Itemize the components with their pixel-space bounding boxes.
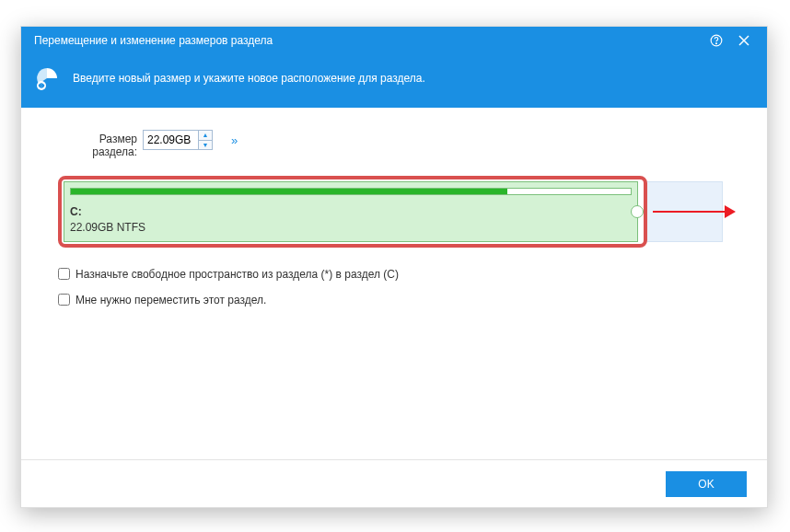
footer: OK: [21, 459, 767, 507]
drive-letter: C:: [70, 204, 632, 220]
ok-button[interactable]: OK: [666, 471, 747, 497]
content-area: Размер раздела: ▲ ▼ » C: 22.09GB NTF: [21, 108, 767, 459]
assign-free-label: Назначьте свободное пространство из разд…: [76, 268, 399, 281]
partition-move-icon: [34, 65, 60, 91]
svg-point-1: [716, 43, 717, 44]
spin-up-icon[interactable]: ▲: [199, 131, 212, 141]
size-label: Размер раздела:: [84, 130, 137, 159]
size-spinner[interactable]: ▲ ▼: [143, 130, 213, 150]
partition-detail: 22.09GB NTFS: [70, 220, 632, 236]
info-banner: Введите новый размер и укажите новое рас…: [21, 54, 767, 108]
assign-free-space-option[interactable]: Назначьте свободное пространство из разд…: [58, 268, 730, 281]
need-move-checkbox[interactable]: [58, 294, 70, 306]
close-icon[interactable]: [730, 27, 758, 54]
need-move-option[interactable]: Мне нужно переместить этот раздел.: [58, 294, 730, 306]
size-row: Размер раздела: ▲ ▼ »: [84, 130, 730, 159]
size-input[interactable]: [144, 131, 199, 149]
partition-label: C: 22.09GB NTFS: [70, 204, 632, 236]
need-move-label: Мне нужно переместить этот раздел.: [76, 294, 266, 306]
assign-free-checkbox[interactable]: [58, 268, 70, 280]
unallocated-space[interactable]: [644, 181, 723, 242]
spin-down-icon[interactable]: ▼: [199, 141, 212, 150]
partition-area: C: 22.09GB NTFS: [58, 176, 730, 248]
help-icon[interactable]: [703, 27, 730, 54]
titlebar: Перемещение и изменение размеров раздела: [21, 27, 767, 54]
resize-handle[interactable]: [631, 205, 644, 218]
usage-bar: [70, 188, 632, 195]
usage-bar-fill: [71, 189, 507, 194]
partition-c[interactable]: C: 22.09GB NTFS: [64, 181, 638, 242]
banner-text: Введите новый размер и укажите новое рас…: [73, 72, 425, 85]
dialog-window: Перемещение и изменение размеров раздела…: [20, 26, 768, 508]
expand-chevron-icon[interactable]: »: [231, 133, 236, 147]
window-title: Перемещение и изменение размеров раздела: [34, 34, 703, 47]
